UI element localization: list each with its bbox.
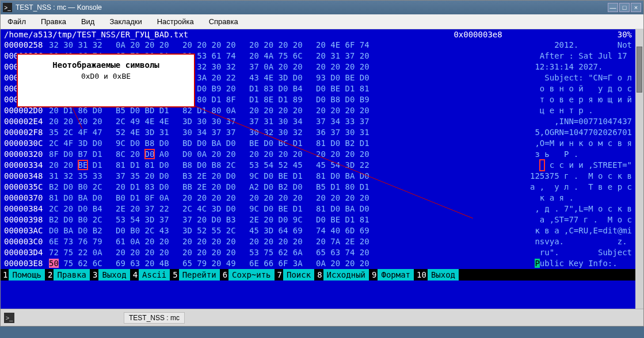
- menu-settings[interactable]: Настройка: [155, 16, 196, 27]
- taskbar-item[interactable]: TEST_NSS : mc: [124, 312, 185, 324]
- hex-bytes: 20 20 20 20: [249, 193, 316, 203]
- terminal-icon: >_: [3, 3, 12, 12]
- fn-key-10[interactable]: Выход: [428, 269, 459, 281]
- hex-bytes: 37 0A 20 20: [249, 62, 316, 72]
- hex-bytes: 8F D0 B7 D1: [49, 149, 116, 160]
- ascii-column: с с и и ,STREET=": [540, 160, 632, 171]
- menu-view[interactable]: Вид: [79, 16, 97, 27]
- hex-bytes: 37 20 D0 B3: [182, 214, 249, 225]
- hex-bytes: 36 37 30 31: [316, 127, 535, 138]
- maximize-button[interactable]: □: [619, 3, 630, 12]
- hex-bytes: 50 75 62 6C: [49, 258, 116, 269]
- hex-bytes: D0 BE D1 81: [316, 214, 535, 225]
- ascii-column: After : Sat Jul 17: [535, 51, 632, 62]
- hex-bytes: 30 34 37 37: [182, 127, 249, 138]
- hex-bytes: 20 D1 83 D0: [116, 182, 182, 193]
- menu-bookmarks[interactable]: Закладки: [107, 16, 144, 27]
- hex-bytes: 20 20 20 20: [316, 149, 535, 160]
- ascii-column: 5,OGRN=1047702026701: [535, 127, 632, 138]
- fn-key-2[interactable]: Правка: [54, 269, 90, 281]
- fn-key-4[interactable]: Ascii: [139, 269, 170, 281]
- hex-bytes: 81 D1 81 D0: [116, 160, 182, 171]
- fn-key-8[interactable]: Исходный: [323, 269, 369, 281]
- offset: 00000398: [4, 214, 49, 225]
- hex-bytes: 20 20 20 20: [49, 116, 116, 127]
- menu-file[interactable]: Файл: [5, 16, 28, 27]
- offset: 000002F8: [4, 127, 49, 138]
- fn-key-3[interactable]: Выход: [98, 269, 129, 281]
- hex-bytes: 61 0A 20 20: [116, 236, 182, 247]
- fn-key-1[interactable]: Помощь: [9, 269, 45, 281]
- fn-key-number: 10: [414, 270, 428, 279]
- offset: 000003E8: [4, 258, 49, 269]
- hex-bytes: B8 D0 B8 2C: [182, 160, 249, 171]
- ascii-column: Public Key Info:.: [535, 258, 632, 269]
- callout-title: Неотображаемые символы: [24, 60, 188, 70]
- hex-bytes: 3D 30 30 37: [182, 116, 249, 127]
- hex-bytes: 20 7A 2E 20: [316, 236, 535, 247]
- hex-bytes: 6E 73 76 79: [49, 236, 116, 247]
- menu-help[interactable]: Справка: [207, 16, 241, 27]
- fn-key-number: 8: [315, 270, 323, 279]
- hex-bytes: 20 20 20 20: [316, 62, 535, 72]
- hex-bytes: B3 2E 20 D0: [182, 171, 249, 182]
- ascii-column: 125375 г . М о с к в: [530, 171, 632, 182]
- hex-bytes: 2C 4C 3D D0: [182, 203, 249, 214]
- hex-bytes: 31 32 35 33: [49, 171, 116, 182]
- fn-key-9[interactable]: Формат: [378, 269, 414, 281]
- scrollbar-thumb[interactable]: [637, 47, 642, 93]
- hex-bytes: 53 54 52 45: [249, 160, 316, 171]
- hex-bytes: BB 2E 20 D0: [182, 182, 249, 193]
- minimize-button[interactable]: —: [608, 3, 618, 12]
- fn-key-7[interactable]: Поиск: [283, 269, 314, 281]
- hex-row: 000003842C 20 D0 B42E 20 37 222C 4C 3D D…: [4, 203, 632, 214]
- fn-key-number: 3: [90, 270, 98, 279]
- ascii-column: 2012. Not: [554, 40, 632, 51]
- menu-edit[interactable]: Правка: [39, 16, 68, 27]
- hex-bytes: 9C D0 BE D1: [249, 203, 316, 214]
- fn-key-number: 1: [1, 270, 9, 279]
- close-button[interactable]: ×: [631, 3, 641, 12]
- hex-bytes: 35 2C 4F 47: [49, 127, 116, 138]
- offset: 00000334: [4, 160, 49, 171]
- offset: 0000035C: [4, 182, 49, 193]
- hex-bytes: D1 83 D0 B4: [249, 83, 316, 94]
- hex-bytes: 37 31 30 34: [249, 116, 316, 127]
- hex-bytes: 65 79 20 49: [182, 258, 249, 269]
- ascii-column: ц е н т р .: [535, 105, 632, 116]
- hex-bytes: 2C 20 D0 B4: [49, 203, 116, 214]
- ascii-column: к а я .: [535, 193, 632, 203]
- hex-bytes: 45 3D 64 69: [249, 225, 316, 236]
- hex-bytes: 20 20 20 20: [316, 105, 535, 116]
- fn-key-number: 2: [45, 270, 54, 279]
- ascii-column: к в а ,C=RU,E=dit@mi: [535, 225, 632, 236]
- highlighted-byte: BE: [78, 160, 88, 170]
- offset: 000003AC: [4, 225, 49, 236]
- fn-key-5[interactable]: Перейти: [179, 269, 220, 281]
- hex-row: 0000035CB2 D0 B0 2C20 D1 83 D0BB 2E 20 D…: [4, 182, 632, 193]
- hex-row: 000003ACD0 BA D0 B2D0 B0 2C 433D 52 55 2…: [4, 225, 632, 236]
- taskbar-terminal-icon[interactable]: >_: [4, 313, 14, 323]
- ascii-column: з ь Р .: [535, 149, 632, 160]
- hex-bytes: 20 20 20 20: [182, 193, 249, 203]
- ascii-column: ,O=М и н к о м с в я: [535, 138, 632, 149]
- hex-bytes: 8C 20 D0 A0: [116, 149, 182, 160]
- hex-bytes: D0 B0 2C 43: [116, 225, 182, 236]
- hex-bytes: 53 54 3D 37: [116, 214, 182, 225]
- hex-row: 000003E850 75 62 6C69 63 20 4B65 79 20 4…: [4, 258, 632, 269]
- offset: 00000258: [4, 40, 49, 51]
- hex-bytes: A2 D0 B2 D0: [249, 182, 316, 193]
- hex-bytes: 74 40 6D 69: [316, 225, 535, 236]
- hex-bytes: 6E 66 6F 3A: [249, 258, 316, 269]
- hex-row: 0000033420 20 BE D181 D1 81 D0B8 D0 B8 2…: [4, 160, 632, 171]
- hex-bytes: 81 D0 BA D0: [316, 171, 530, 182]
- offset: 00000348: [4, 171, 49, 182]
- cursor-byte: 50: [49, 259, 59, 268]
- hex-bytes: 81 D0 BA D0: [316, 203, 535, 214]
- offset: 000003D4: [4, 247, 49, 258]
- hex-bytes: 20 20 20 20: [116, 247, 182, 258]
- titlebar[interactable]: >_ TEST_NSS : mc — Konsole — □ ×: [1, 1, 643, 14]
- fn-key-6[interactable]: Сохр~ить: [228, 269, 274, 281]
- hex-bytes: 93 D0 BE D0: [316, 72, 535, 83]
- window-title: TEST_NSS : mc — Konsole: [16, 3, 608, 11]
